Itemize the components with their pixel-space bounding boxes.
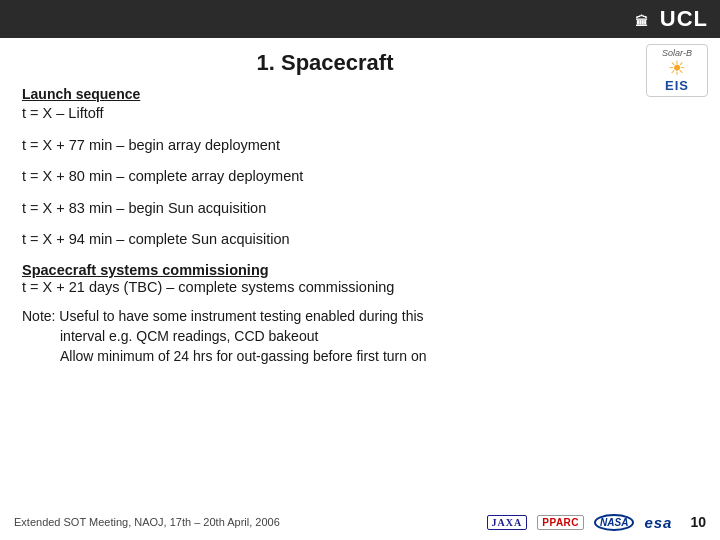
jaxa-logo: JAXA <box>487 515 528 530</box>
commissioning-line: t = X + 21 days (TBC) – complete systems… <box>22 278 698 298</box>
note-line2: interval e.g. QCM readings, CCD bakeout <box>60 327 698 347</box>
ucl-icon: 🏛 <box>635 14 649 29</box>
eis-label: EIS <box>665 78 689 93</box>
logos-row: JAXA PPARC NASA esa <box>487 514 673 531</box>
line-83min: t = X + 83 min – begin Sun acquisition <box>22 199 698 219</box>
bottom-bar: Extended SOT Meeting, NAOJ, 17th – 20th … <box>0 504 720 540</box>
sun-icon: ☀ <box>668 58 686 78</box>
ucl-logo: 🏛 UCL <box>635 6 708 32</box>
bottom-left-text: Extended SOT Meeting, NAOJ, 17th – 20th … <box>14 516 280 528</box>
pparc-logo: PPARC <box>537 515 584 530</box>
launch-sequence-label: Launch sequence <box>22 86 698 102</box>
top-bar: 🏛 UCL <box>0 0 720 38</box>
nasa-logo: NASA <box>594 514 634 531</box>
page-number: 10 <box>690 514 706 530</box>
main-content: 1. Spacecraft Launch sequence t = X – Li… <box>0 38 720 366</box>
note-block: Note: Useful to have some instrument tes… <box>22 307 698 366</box>
esa-logo: esa <box>644 514 672 531</box>
slide-title: 1. Spacecraft <box>22 50 698 76</box>
line-77min: t = X + 77 min – begin array deployment <box>22 136 698 156</box>
note-line1: Note: Useful to have some instrument tes… <box>22 307 698 327</box>
eis-badge: Solar-B ☀ EIS <box>646 44 708 97</box>
line-80min: t = X + 80 min – complete array deployme… <box>22 167 698 187</box>
liftoff-line: t = X – Liftoff <box>22 104 698 124</box>
commissioning-label: Spacecraft systems commissioning <box>22 262 698 278</box>
note-line3: Allow minimum of 24 hrs for out-gassing … <box>60 347 698 367</box>
line-94min: t = X + 94 min – complete Sun acquisitio… <box>22 230 698 250</box>
